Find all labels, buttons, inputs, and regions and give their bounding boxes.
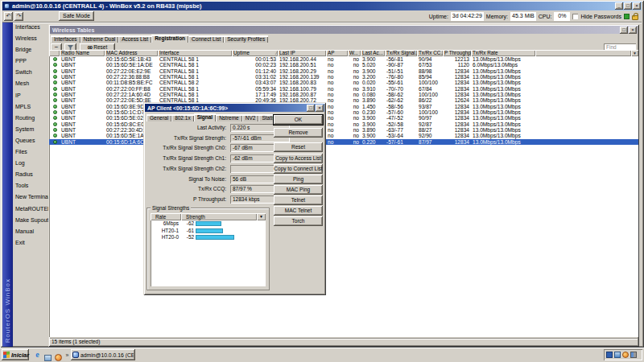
sidebar-item-mesh[interactable]: Mesh — [13, 78, 50, 89]
column-header-last-ac[interactable]: Last Ac... — [361, 50, 385, 56]
tab-interfaces[interactable]: Interfaces — [51, 35, 80, 43]
redo-icon[interactable]: ↷ — [14, 12, 23, 21]
tab-connect-list[interactable]: Connect List — [188, 35, 224, 43]
tray-icon-3[interactable] — [622, 352, 629, 358]
sidebar-item-ip[interactable]: IP▸ — [13, 90, 50, 101]
column-select-icon[interactable]: ▼ — [631, 50, 638, 56]
sidebar-item-mpls[interactable]: MPLS▸ — [13, 101, 50, 113]
tray-icon-1[interactable] — [606, 352, 613, 358]
column-header-w[interactable]: W... — [348, 50, 361, 56]
undo-icon[interactable]: ↶ — [4, 12, 13, 21]
cell-last: 3.200 — [361, 74, 385, 80]
sidebar-item-radius[interactable]: Radius — [13, 169, 50, 180]
sidebar-item-system[interactable]: System▸ — [13, 124, 50, 135]
registration-row[interactable]: UBNT00:15:6D:8C:E0:15nono3.900-52/-5892/… — [49, 121, 638, 127]
dialog-tab-nstreme[interactable]: Nstreme — [216, 114, 242, 121]
registration-row[interactable]: UBNT00:11:D8:B5:BE:FCCENTRALL 58 203:43:… — [49, 80, 638, 85]
column-header-interface[interactable]: Interface — [158, 50, 232, 56]
tray-icon-2[interactable] — [614, 352, 621, 358]
safe-mode-button[interactable]: Safe Mode — [59, 11, 94, 21]
quicklaunch-firefox-icon[interactable] — [54, 350, 63, 360]
signal-strength-row: HT20-1-61 — [151, 228, 266, 235]
registration-row[interactable]: UBNT00:27:22:36:88:B8CENTRALL 58 103:31:… — [49, 74, 638, 80]
close-icon[interactable]: × — [629, 27, 637, 34]
sidebar-item-routing[interactable]: Routing▸ — [13, 113, 50, 124]
column-header-state[interactable] — [49, 50, 60, 56]
registration-row[interactable]: UBNT00:27:22:00:FF:B8CENTRALL 58 105:59:… — [49, 86, 638, 92]
registration-row[interactable]: UBNT00:15:6D:8E:9D:E2nono1.450-58/-5693/… — [49, 104, 638, 109]
close-icon[interactable]: × — [316, 105, 324, 112]
sidebar-item-bridge[interactable]: Bridge — [13, 44, 50, 56]
sidebar-item-switch[interactable]: Switch — [13, 67, 50, 78]
registration-row[interactable]: UBNT00:15:6D:5E:02:37nono3.900-47/-5290/… — [49, 115, 638, 121]
sidebar-item-metarouter[interactable]: MetaROUTER — [13, 204, 50, 215]
dialog-button-ping[interactable]: Ping — [274, 175, 323, 184]
dialog-tab-signal[interactable]: Signal — [194, 113, 217, 121]
start-button[interactable]: Iniciar — [2, 349, 29, 360]
restore-icon[interactable]: □ — [307, 105, 315, 112]
registration-row[interactable]: UBNT00:27:22:1A:60:4DCENTRALL 58 117:17:… — [49, 92, 638, 97]
quicklaunch-ie-icon[interactable]: e — [33, 350, 42, 360]
cell-state — [49, 104, 60, 109]
sidebar-item-interfaces[interactable]: Interfaces — [13, 22, 50, 33]
maximize-icon[interactable]: □ — [624, 2, 632, 10]
dialog-title-bar[interactable]: AP Client <00:15:6D:1A:6C:99> □ × — [145, 104, 324, 112]
quicklaunch-desktop-icon[interactable] — [43, 350, 52, 360]
sidebar-item-exit[interactable]: Exit — [13, 237, 50, 249]
sidebar-item-queues[interactable]: Queues — [13, 135, 50, 146]
sidebar-item-ppp[interactable]: PPP — [13, 56, 50, 67]
registration-row[interactable]: UBNT00:15:6D:5E:1B:43CENTRALL 58 100:01:… — [49, 56, 638, 62]
column-header-tx-rx-cc[interactable]: Tx/Rx CC... — [417, 50, 443, 56]
sidebar-item-log[interactable]: Log — [13, 158, 50, 169]
sidebar-item-new-terminal[interactable]: New Terminal — [13, 191, 50, 203]
registration-row[interactable]: UBNT00:27:22:30:4D:F3nono3.890-63/-7788/… — [49, 127, 638, 133]
cell-ccq: 67/84 — [417, 86, 443, 92]
tab-security-profiles[interactable]: Security Profiles — [224, 35, 268, 43]
dialog-button-ok[interactable]: OK — [274, 115, 323, 125]
registration-row[interactable]: UBNT00:15:6D:5E:1A:DECENTRALL 58 100:02:… — [49, 62, 638, 68]
tab-nstreme-dual[interactable]: Nstreme Dual — [80, 35, 119, 43]
dialog-button-reset[interactable]: Reset — [274, 142, 323, 152]
column-header-tx-rx-signal[interactable]: Tx/Rx Signal... — [385, 50, 417, 56]
sidebar-item-manual[interactable]: Manual — [13, 226, 50, 237]
restore-icon[interactable]: □ — [620, 27, 628, 34]
dialog-tab-802-1x[interactable]: 802.1x — [171, 114, 194, 121]
taskbar-window-button[interactable]: admin@10.0.0.16 (CE... — [71, 349, 135, 360]
dialog-tab-nv2[interactable]: NV2 — [242, 114, 259, 121]
sidebar-item-wireless[interactable]: Wireless — [13, 33, 50, 44]
registration-row[interactable]: UBNT00:15:6D:1A:6C:99nono0.220-57/-6187/… — [49, 139, 638, 145]
column-header-ap[interactable]: AP — [326, 50, 348, 56]
registration-row[interactable]: UBNT00:15:6D:5E:1A:EFnono3.900-53/-6492/… — [49, 133, 638, 138]
registration-row[interactable]: UBNT00:15:6D:1C:D7:DFnono0.230-57/-60100… — [49, 109, 638, 115]
dialog-button-copy-to-access-list[interactable]: Copy to Access List — [274, 154, 323, 163]
dialog-button-torch[interactable]: Torch — [274, 216, 323, 226]
tray-icon-4[interactable] — [630, 352, 637, 358]
dialog-button-remove[interactable]: Remove — [274, 128, 323, 138]
sidebar-item-files[interactable]: Files — [13, 146, 50, 158]
main-title-bar[interactable]: admin@10.0.0.16 (CENTRALL 4) - WinBox v5… — [2, 2, 642, 10]
column-header-uptime[interactable]: Uptime∕ — [232, 50, 278, 56]
dialog-button-mac-ping[interactable]: MAC Ping — [274, 185, 323, 195]
tab-access-list[interactable]: Access List — [118, 35, 151, 43]
registration-row[interactable]: UBNT00:27:22:0E:5D:8ECENTRALL 58 120:49:… — [49, 97, 638, 103]
wireless-window-title-bar[interactable]: Wireless Tables □ × — [50, 26, 638, 34]
dialog-button-copy-to-connect-list[interactable]: Copy to Connect List — [274, 164, 323, 174]
ss-dropdown-icon[interactable]: ▼ — [257, 213, 266, 220]
column-header-p-throughp[interactable]: P Throughp... — [443, 50, 471, 56]
dialog-button-mac-telnet[interactable]: MAC Telnet — [274, 206, 323, 216]
registration-row[interactable]: UBNT00:27:22:0E:E2:9ECENTRALL 58 101:12:… — [49, 68, 638, 74]
dialog-button-telnet[interactable]: Telnet — [274, 195, 323, 205]
ss-column-strength[interactable]: Strength — [181, 213, 257, 220]
column-header-mac-address[interactable]: MAC Address — [105, 50, 158, 56]
ss-column-rate[interactable]: Rate — [151, 213, 181, 220]
tab-registration[interactable]: Registration — [151, 35, 188, 43]
column-header-last-ip[interactable]: Last IP — [278, 50, 326, 56]
sidebar-item-make-supout-rif[interactable]: Make Supout.rif — [13, 215, 50, 226]
hide-passwords-checkbox[interactable] — [572, 14, 578, 19]
column-header-tx-rx-rate[interactable]: Tx/Rx Rate — [471, 50, 535, 56]
close-icon[interactable]: × — [633, 2, 641, 10]
sidebar-item-tools[interactable]: Tools▸ — [13, 180, 50, 191]
minimize-icon[interactable]: _ — [615, 2, 623, 10]
column-header-radio-name[interactable]: Radio Name — [60, 50, 105, 56]
dialog-tab-general[interactable]: General — [147, 114, 171, 121]
